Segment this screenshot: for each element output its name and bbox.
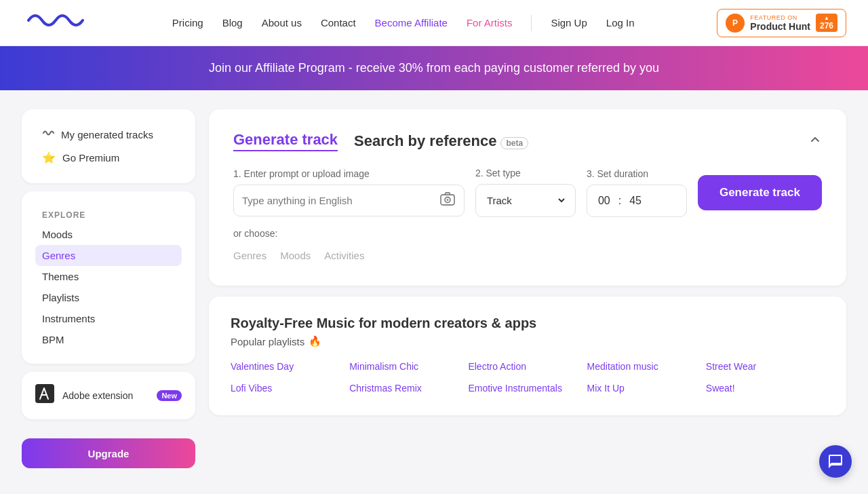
playlist-electro[interactable]: Electro Action	[468, 358, 587, 375]
nav-blog[interactable]: Blog	[222, 17, 243, 28]
product-hunt-badge[interactable]: P FEATURED ON Product Hunt ▲ 276	[717, 9, 846, 37]
adobe-label: Adobe extension	[62, 390, 149, 401]
tab-options: Generate track Search by referencebeta	[233, 131, 528, 151]
ph-name-label: Product Hunt	[750, 21, 810, 32]
svg-text:P: P	[732, 18, 738, 28]
main-nav: Pricing Blog About us Contact Become Aff…	[172, 15, 635, 31]
banner-text: Join our Affiliate Program - receive 30%…	[209, 61, 659, 75]
sidebar-item-instruments[interactable]: Instruments	[35, 308, 182, 329]
nav-artists[interactable]: For Artists	[467, 17, 513, 28]
main-layout: My generated tracks ⭐ Go Premium EXPLORE…	[0, 90, 868, 487]
section-title: Royalty-Free Music for modern creators &…	[231, 316, 825, 331]
ph-text: FEATURED ON Product Hunt	[750, 14, 810, 32]
sidebar-item-moods[interactable]: Moods	[35, 224, 182, 245]
generate-btn-section: Generate track	[698, 175, 822, 210]
playlist-christmas[interactable]: Christmas Remix	[349, 380, 468, 396]
playlist-mixitup[interactable]: Mix It Up	[587, 380, 706, 396]
bottom-card: Royalty-Free Music for modern creators &…	[209, 297, 846, 415]
explore-header: EXPLORE	[35, 205, 182, 224]
upgrade-button[interactable]: Upgrade	[22, 438, 195, 468]
tab-row: Generate track Search by referencebeta	[233, 131, 822, 151]
duration-section: 3. Set duration 00 : 45	[587, 168, 687, 217]
sidebar-my-tracks[interactable]: My generated tracks	[35, 123, 182, 146]
nav-signup[interactable]: Sign Up	[551, 17, 587, 28]
choose-tab-activities[interactable]: Activities	[324, 247, 364, 264]
generate-button[interactable]: Generate track	[698, 175, 822, 210]
logo-area	[22, 7, 90, 39]
nav-pricing[interactable]: Pricing	[172, 17, 203, 28]
premium-label: Go Premium	[62, 152, 119, 164]
upgrade-label: Upgrade	[88, 448, 130, 459]
popular-row: Popular playlists 🔥	[231, 335, 825, 347]
type-section: 2. Set type Track	[475, 168, 576, 217]
new-badge: New	[157, 390, 182, 401]
logo-icon	[22, 7, 90, 39]
sidebar-explore-card: EXPLORE Moods Genres Themes Playlists In…	[22, 191, 195, 364]
collapse-button[interactable]	[808, 133, 822, 150]
playlist-sweat[interactable]: Sweat!	[706, 380, 825, 396]
step-row: 1. Enter prompt or upload image	[233, 168, 822, 217]
playlist-streetwear[interactable]: Street Wear	[706, 358, 825, 375]
ph-count: ▲ 276	[816, 14, 837, 32]
playlist-minimalism[interactable]: Minimalism Chic	[349, 358, 468, 375]
adobe-extension-card[interactable]: Adobe extension New	[22, 372, 195, 419]
popular-label: Popular playlists	[231, 336, 304, 347]
step1-label: 1. Enter prompt or upload image	[233, 168, 465, 179]
duration-minutes[interactable]: 45	[627, 185, 644, 216]
type-select[interactable]: Track	[484, 185, 567, 216]
choose-tab-genres[interactable]: Genres	[233, 247, 267, 264]
tab-search[interactable]: Search by referencebeta	[354, 132, 528, 150]
or-choose-label: or choose:	[233, 228, 822, 239]
type-select-wrap: Track	[475, 184, 576, 217]
nav-divider	[531, 15, 532, 31]
sidebar: My generated tracks ⭐ Go Premium EXPLORE…	[22, 109, 195, 468]
playlist-lofi[interactable]: Lofi Vibes	[231, 380, 349, 396]
tab-generate[interactable]: Generate track	[233, 131, 338, 151]
nav-affiliate[interactable]: Become Affiliate	[375, 17, 448, 28]
content-area: Generate track Search by referencebeta 1…	[209, 109, 846, 468]
affiliate-banner[interactable]: Join our Affiliate Program - receive 30%…	[0, 46, 868, 90]
step2-label: 2. Set type	[475, 168, 576, 178]
ph-arrow-icon: ▲	[824, 15, 829, 21]
prompt-input[interactable]	[242, 185, 439, 216]
ph-featured-label: FEATURED ON	[750, 14, 810, 21]
prompt-input-wrap	[233, 185, 465, 216]
svg-rect-2	[35, 384, 54, 403]
waves-icon	[42, 128, 54, 140]
ph-icon: P	[726, 14, 745, 33]
camera-icon[interactable]	[439, 191, 456, 210]
duration-hours[interactable]: 00	[595, 185, 613, 216]
nav-login[interactable]: Log In	[606, 17, 635, 28]
nav-about[interactable]: About us	[262, 17, 302, 28]
sidebar-item-themes[interactable]: Themes	[35, 266, 182, 287]
svg-point-5	[446, 199, 448, 201]
duration-wrap: 00 : 45	[587, 185, 687, 217]
ph-count-value: 276	[820, 21, 833, 31]
nav-contact[interactable]: Contact	[321, 17, 356, 28]
star-icon: ⭐	[42, 151, 56, 164]
adobe-icon	[35, 384, 54, 407]
sidebar-item-bpm[interactable]: BPM	[35, 329, 182, 350]
sidebar-user-card: My generated tracks ⭐ Go Premium	[22, 109, 195, 183]
fire-emoji: 🔥	[309, 335, 321, 347]
header: Pricing Blog About us Contact Become Aff…	[0, 0, 868, 46]
sidebar-premium[interactable]: ⭐ Go Premium	[35, 146, 182, 170]
playlist-valentines[interactable]: Valentines Day	[231, 358, 349, 375]
playlist-meditation[interactable]: Meditation music	[587, 358, 706, 375]
choose-tabs: Genres Moods Activities	[233, 247, 822, 264]
playlist-emotive[interactable]: Emotive Instrumentals	[468, 380, 587, 396]
sidebar-item-playlists[interactable]: Playlists	[35, 287, 182, 308]
beta-badge: beta	[500, 137, 528, 149]
sidebar-item-genres[interactable]: Genres	[35, 245, 182, 266]
duration-colon: :	[618, 195, 621, 207]
prompt-section: 1. Enter prompt or upload image	[233, 168, 465, 216]
step3-label: 3. Set duration	[587, 168, 687, 179]
playlists-grid: Valentines Day Minimalism Chic Electro A…	[231, 358, 825, 396]
choose-tab-moods[interactable]: Moods	[280, 247, 311, 264]
my-tracks-label: My generated tracks	[61, 129, 153, 140]
generate-card: Generate track Search by referencebeta 1…	[209, 109, 846, 286]
chat-button[interactable]	[819, 445, 852, 478]
